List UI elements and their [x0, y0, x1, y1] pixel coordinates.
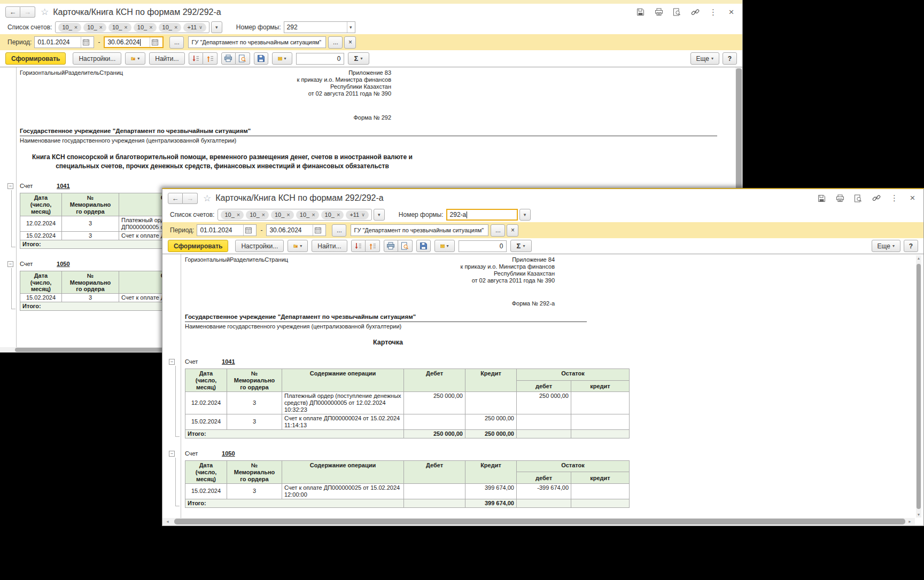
organization-select-button[interactable]: ...: [491, 224, 505, 237]
account-chip[interactable]: 10_×: [271, 210, 294, 220]
back-button[interactable]: ←: [168, 193, 183, 204]
print-button[interactable]: [654, 7, 663, 17]
preview-button[interactable]: [853, 194, 863, 203]
forward-button[interactable]: →: [20, 6, 35, 18]
saved-settings-button[interactable]: ▾: [125, 52, 145, 65]
send-email-button[interactable]: ▾: [434, 240, 455, 252]
more-actions-button[interactable]: Еще▾: [872, 240, 900, 252]
collapse-group-button[interactable]: −: [7, 183, 13, 189]
account-chip[interactable]: 10_×: [159, 23, 182, 32]
send-email-button[interactable]: ▾: [272, 52, 292, 65]
favorite-star-icon[interactable]: ☆: [203, 193, 211, 204]
settings-button[interactable]: Настройки...: [235, 240, 284, 252]
chip-remove-icon[interactable]: ×: [237, 211, 240, 218]
accounts-list-field[interactable]: 10_× 10_× 10_× 10_× 10_× +11∨: [218, 209, 371, 221]
organization-input[interactable]: ГУ "Департамент по чрезвычайным ситуация…: [351, 224, 488, 236]
calendar-button[interactable]: [313, 225, 323, 236]
organization-select-button[interactable]: ...: [328, 36, 343, 49]
help-button[interactable]: ?: [723, 52, 737, 65]
close-window-button[interactable]: ×: [908, 194, 917, 203]
vertical-scrollbar[interactable]: ▲ ▼: [916, 255, 921, 518]
print-button[interactable]: [835, 194, 844, 203]
form-number-input[interactable]: 292 ▾: [284, 21, 355, 33]
chip-remove-icon[interactable]: ×: [312, 211, 315, 218]
link-button[interactable]: [690, 7, 700, 17]
form-number-dropdown-button[interactable]: ▾: [519, 209, 531, 221]
accounts-more-chip[interactable]: +11∨: [346, 210, 368, 220]
close-window-button[interactable]: ×: [727, 7, 736, 17]
accounts-dropdown-button[interactable]: ▾: [211, 21, 222, 33]
account-chip[interactable]: 10_×: [134, 23, 157, 32]
sort-ascending-button[interactable]: [366, 240, 380, 252]
collapse-group-button[interactable]: −: [169, 359, 175, 365]
account-number[interactable]: 1050: [57, 261, 69, 267]
help-button[interactable]: ?: [904, 240, 918, 252]
sort-descending-button[interactable]: [189, 52, 203, 65]
chip-remove-icon[interactable]: ×: [149, 24, 152, 30]
link-button[interactable]: [872, 194, 881, 203]
accounts-more-chip[interactable]: +11∨: [183, 23, 206, 32]
favorite-star-icon[interactable]: ☆: [41, 6, 49, 18]
forward-button[interactable]: →: [183, 193, 198, 204]
scroll-left-icon[interactable]: ◄: [166, 518, 169, 525]
accounts-list-field[interactable]: 10_× 10_× 10_× 10_× 10_× +11∨: [55, 21, 209, 33]
print-preview-button[interactable]: [236, 52, 250, 65]
table-row[interactable]: 15.02.2024 3 Счет к оплате ДП000000025 о…: [185, 483, 630, 499]
generate-button[interactable]: Сформировать: [5, 52, 66, 65]
chip-remove-icon[interactable]: ×: [99, 24, 103, 30]
account-chip[interactable]: 10_×: [246, 210, 269, 220]
account-chip[interactable]: 10_×: [221, 210, 244, 220]
period-to-input[interactable]: 30.06.2024: [266, 224, 326, 236]
settings-button[interactable]: Настройки...: [73, 52, 121, 65]
period-from-input[interactable]: 01.01.2024: [197, 224, 257, 236]
account-chip[interactable]: 10_×: [108, 23, 131, 32]
chip-remove-icon[interactable]: ×: [286, 211, 290, 218]
sum-button[interactable]: Σ ▾: [510, 240, 532, 252]
organization-clear-button[interactable]: ×: [507, 224, 518, 237]
account-number[interactable]: 1041: [57, 183, 69, 189]
table-row[interactable]: 15.02.2024 3 Счет к оплате ДП000000024 о…: [185, 414, 630, 429]
horizontal-scrollbar-thumb[interactable]: [174, 519, 905, 524]
period-options-button[interactable]: ...: [169, 36, 184, 49]
horizontal-scrollbar[interactable]: ◄ ►: [162, 518, 915, 525]
period-options-button[interactable]: ...: [332, 224, 346, 237]
save-button[interactable]: [817, 194, 826, 203]
form-number-input[interactable]: 292-а: [446, 209, 518, 221]
save-button[interactable]: [636, 7, 645, 17]
find-button[interactable]: Найти...: [149, 52, 184, 65]
account-number[interactable]: 1041: [222, 358, 235, 365]
chip-remove-icon[interactable]: ×: [74, 24, 77, 30]
table-row[interactable]: 12.02.2024 3 Платежный ордер (поступлени…: [185, 392, 630, 414]
more-actions-button[interactable]: Еще▾: [690, 52, 719, 65]
print-document-button[interactable]: [384, 240, 398, 252]
vertical-scrollbar-thumb[interactable]: [917, 264, 921, 509]
scroll-right-icon[interactable]: ►: [908, 518, 912, 525]
period-to-input[interactable]: 30.06.2024: [104, 36, 164, 48]
chip-remove-icon[interactable]: ×: [174, 24, 177, 30]
organization-input[interactable]: ГУ "Департамент по чрезвычайным ситуация…: [188, 36, 326, 48]
generate-button[interactable]: Сформировать: [168, 240, 228, 252]
print-document-button[interactable]: [221, 52, 236, 65]
account-chip[interactable]: 10_×: [58, 23, 81, 32]
calendar-button[interactable]: [81, 37, 91, 48]
preview-button[interactable]: [672, 7, 681, 17]
account-chip[interactable]: 10_×: [296, 210, 319, 220]
calendar-button[interactable]: [243, 225, 253, 236]
accounts-dropdown-button[interactable]: ▾: [374, 209, 385, 221]
save-document-button[interactable]: [416, 240, 431, 252]
menu-kebab-icon[interactable]: ⋮: [709, 7, 718, 17]
back-button[interactable]: ←: [5, 6, 20, 18]
account-chip[interactable]: 10_×: [321, 210, 344, 220]
collapse-group-button[interactable]: −: [7, 261, 13, 267]
page-count-input[interactable]: 0: [296, 53, 344, 65]
period-from-input[interactable]: 01.01.2024: [34, 36, 94, 48]
organization-clear-button[interactable]: ×: [344, 36, 356, 49]
save-document-button[interactable]: [254, 52, 268, 65]
scroll-down-icon[interactable]: ▼: [916, 513, 921, 516]
print-preview-button[interactable]: [398, 240, 413, 252]
form-number-dropdown-button[interactable]: ▾: [347, 22, 352, 33]
chip-remove-icon[interactable]: ×: [262, 211, 265, 218]
saved-settings-button[interactable]: ▾: [288, 240, 308, 252]
menu-kebab-icon[interactable]: ⋮: [890, 194, 899, 203]
scroll-up-icon[interactable]: ▲: [916, 256, 921, 260]
